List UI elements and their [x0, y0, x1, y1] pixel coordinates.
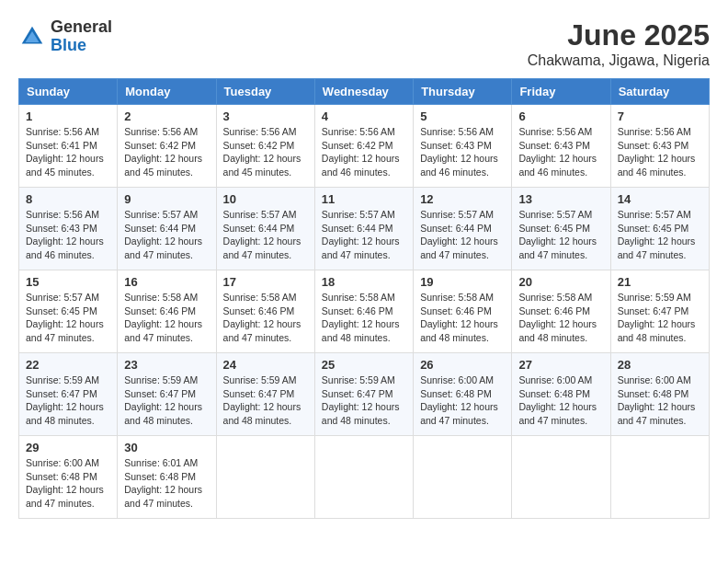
day-cell: 30 Sunrise: 6:01 AMSunset: 6:48 PMDaylig… — [118, 436, 216, 519]
day-info: Sunrise: 5:59 AMSunset: 6:47 PMDaylight:… — [618, 292, 696, 343]
day-number: 3 — [223, 109, 308, 123]
day-number: 7 — [618, 109, 702, 123]
title-block: June 2025 Chakwama, Jigawa, Nigeria — [528, 18, 710, 69]
day-number: 6 — [518, 109, 603, 123]
day-info: Sunrise: 5:56 AMSunset: 6:41 PMDaylight:… — [26, 126, 104, 178]
day-info: Sunrise: 5:59 AMSunset: 6:47 PMDaylight:… — [322, 374, 400, 426]
day-number: 17 — [223, 275, 308, 289]
day-number: 16 — [124, 275, 209, 289]
day-cell — [512, 436, 610, 519]
day-cell — [610, 436, 709, 519]
day-number: 4 — [322, 109, 406, 123]
logo-blue: Blue — [51, 37, 112, 55]
week-row-1: 1 Sunrise: 5:56 AMSunset: 6:41 PMDayligh… — [19, 105, 710, 188]
day-info: Sunrise: 5:58 AMSunset: 6:46 PMDaylight:… — [518, 292, 597, 343]
day-info: Sunrise: 5:58 AMSunset: 6:46 PMDaylight:… — [124, 292, 202, 343]
day-info: Sunrise: 6:01 AMSunset: 6:48 PMDaylight:… — [124, 457, 202, 509]
day-cell: 2 Sunrise: 5:56 AMSunset: 6:42 PMDayligh… — [118, 105, 216, 188]
day-info: Sunrise: 6:00 AMSunset: 6:48 PMDaylight:… — [618, 374, 696, 426]
day-cell — [216, 436, 314, 519]
day-cell: 17 Sunrise: 5:58 AMSunset: 6:46 PMDaylig… — [216, 270, 314, 353]
day-info: Sunrise: 5:59 AMSunset: 6:47 PMDaylight:… — [223, 374, 301, 426]
weekday-header-wednesday: Wednesday — [314, 79, 413, 105]
day-info: Sunrise: 5:56 AMSunset: 6:43 PMDaylight:… — [26, 209, 104, 260]
day-cell: 13 Sunrise: 5:57 AMSunset: 6:45 PMDaylig… — [512, 188, 610, 270]
weekday-header-tuesday: Tuesday — [216, 79, 314, 105]
day-number: 23 — [124, 358, 209, 372]
day-cell: 28 Sunrise: 6:00 AMSunset: 6:48 PMDaylig… — [610, 353, 709, 436]
day-info: Sunrise: 5:57 AMSunset: 6:44 PMDaylight:… — [322, 209, 400, 260]
day-info: Sunrise: 5:56 AMSunset: 6:42 PMDaylight:… — [322, 126, 400, 178]
day-cell: 14 Sunrise: 5:57 AMSunset: 6:45 PMDaylig… — [610, 188, 709, 270]
day-number: 24 — [223, 358, 308, 372]
day-number: 5 — [420, 109, 505, 123]
day-cell: 27 Sunrise: 6:00 AMSunset: 6:48 PMDaylig… — [512, 353, 610, 436]
day-number: 28 — [618, 358, 702, 372]
day-cell: 20 Sunrise: 5:58 AMSunset: 6:46 PMDaylig… — [512, 270, 610, 353]
week-row-5: 29 Sunrise: 6:00 AMSunset: 6:48 PMDaylig… — [19, 436, 710, 519]
day-cell: 24 Sunrise: 5:59 AMSunset: 6:47 PMDaylig… — [216, 353, 314, 436]
logo-icon — [18, 23, 46, 51]
day-info: Sunrise: 6:00 AMSunset: 6:48 PMDaylight:… — [26, 457, 104, 509]
weekday-header-row: SundayMondayTuesdayWednesdayThursdayFrid… — [19, 79, 710, 105]
day-info: Sunrise: 5:57 AMSunset: 6:44 PMDaylight:… — [420, 209, 498, 260]
day-number: 19 — [420, 275, 505, 289]
day-number: 25 — [322, 358, 406, 372]
day-info: Sunrise: 5:56 AMSunset: 6:43 PMDaylight:… — [420, 126, 498, 178]
page-header: General Blue June 2025 Chakwama, Jigawa,… — [18, 18, 710, 69]
day-info: Sunrise: 5:59 AMSunset: 6:47 PMDaylight:… — [26, 374, 104, 426]
day-info: Sunrise: 5:58 AMSunset: 6:46 PMDaylight:… — [322, 292, 400, 343]
day-number: 15 — [26, 275, 110, 289]
day-cell: 12 Sunrise: 5:57 AMSunset: 6:44 PMDaylig… — [414, 188, 512, 270]
day-number: 9 — [124, 192, 209, 206]
day-info: Sunrise: 6:00 AMSunset: 6:48 PMDaylight:… — [420, 374, 498, 426]
day-info: Sunrise: 5:57 AMSunset: 6:45 PMDaylight:… — [518, 209, 597, 260]
day-cell: 5 Sunrise: 5:56 AMSunset: 6:43 PMDayligh… — [414, 105, 512, 188]
weekday-header-monday: Monday — [118, 79, 216, 105]
day-cell: 21 Sunrise: 5:59 AMSunset: 6:47 PMDaylig… — [610, 270, 709, 353]
day-cell: 7 Sunrise: 5:56 AMSunset: 6:43 PMDayligh… — [610, 105, 709, 188]
day-cell: 26 Sunrise: 6:00 AMSunset: 6:48 PMDaylig… — [414, 353, 512, 436]
day-number: 12 — [420, 192, 505, 206]
day-cell: 18 Sunrise: 5:58 AMSunset: 6:46 PMDaylig… — [314, 270, 413, 353]
day-number: 21 — [618, 275, 702, 289]
weekday-header-sunday: Sunday — [19, 79, 118, 105]
day-number: 22 — [26, 358, 110, 372]
day-cell: 23 Sunrise: 5:59 AMSunset: 6:47 PMDaylig… — [118, 353, 216, 436]
day-info: Sunrise: 5:57 AMSunset: 6:45 PMDaylight:… — [618, 209, 696, 260]
weekday-header-thursday: Thursday — [414, 79, 512, 105]
day-number: 14 — [618, 192, 702, 206]
day-info: Sunrise: 5:58 AMSunset: 6:46 PMDaylight:… — [223, 292, 301, 343]
calendar: SundayMondayTuesdayWednesdayThursdayFrid… — [18, 78, 710, 519]
day-cell: 29 Sunrise: 6:00 AMSunset: 6:48 PMDaylig… — [19, 436, 118, 519]
day-cell: 22 Sunrise: 5:59 AMSunset: 6:47 PMDaylig… — [19, 353, 118, 436]
day-info: Sunrise: 5:56 AMSunset: 6:43 PMDaylight:… — [618, 126, 696, 178]
day-cell — [314, 436, 413, 519]
logo: General Blue — [18, 18, 112, 55]
day-cell: 16 Sunrise: 5:58 AMSunset: 6:46 PMDaylig… — [118, 270, 216, 353]
day-number: 10 — [223, 192, 308, 206]
day-number: 13 — [518, 192, 603, 206]
day-cell: 3 Sunrise: 5:56 AMSunset: 6:42 PMDayligh… — [216, 105, 314, 188]
day-info: Sunrise: 5:57 AMSunset: 6:45 PMDaylight:… — [26, 292, 104, 343]
day-info: Sunrise: 6:00 AMSunset: 6:48 PMDaylight:… — [518, 374, 597, 426]
day-cell: 10 Sunrise: 5:57 AMSunset: 6:44 PMDaylig… — [216, 188, 314, 270]
location: Chakwama, Jigawa, Nigeria — [528, 52, 710, 69]
day-info: Sunrise: 5:57 AMSunset: 6:44 PMDaylight:… — [124, 209, 202, 260]
day-number: 11 — [322, 192, 406, 206]
weekday-header-friday: Friday — [512, 79, 610, 105]
day-number: 29 — [26, 441, 110, 454]
month-title: June 2025 — [528, 18, 710, 52]
day-number: 27 — [518, 358, 603, 372]
day-number: 8 — [26, 192, 110, 206]
day-info: Sunrise: 5:58 AMSunset: 6:46 PMDaylight:… — [420, 292, 498, 343]
day-info: Sunrise: 5:56 AMSunset: 6:43 PMDaylight:… — [518, 126, 597, 178]
day-cell: 19 Sunrise: 5:58 AMSunset: 6:46 PMDaylig… — [414, 270, 512, 353]
week-row-3: 15 Sunrise: 5:57 AMSunset: 6:45 PMDaylig… — [19, 270, 710, 353]
day-cell — [414, 436, 512, 519]
day-cell: 4 Sunrise: 5:56 AMSunset: 6:42 PMDayligh… — [314, 105, 413, 188]
day-cell: 6 Sunrise: 5:56 AMSunset: 6:43 PMDayligh… — [512, 105, 610, 188]
day-cell: 1 Sunrise: 5:56 AMSunset: 6:41 PMDayligh… — [19, 105, 118, 188]
day-info: Sunrise: 5:59 AMSunset: 6:47 PMDaylight:… — [124, 374, 202, 426]
day-cell: 8 Sunrise: 5:56 AMSunset: 6:43 PMDayligh… — [19, 188, 118, 270]
